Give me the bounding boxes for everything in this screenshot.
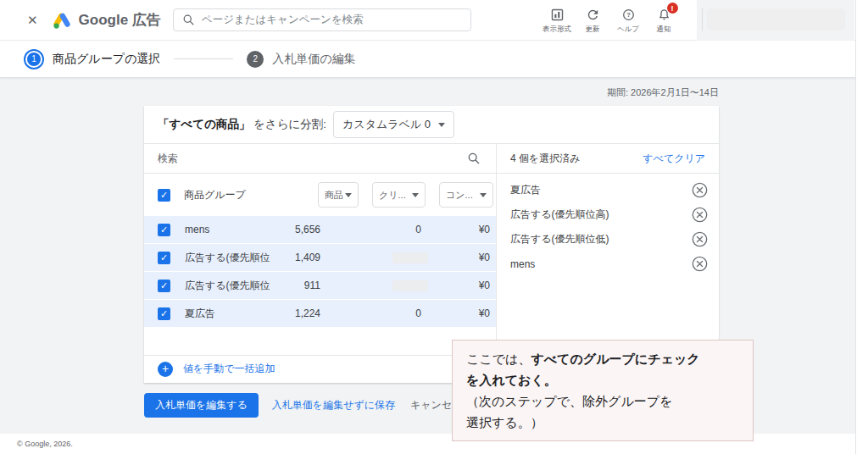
step-2-bid-editing: 2 入札単価の編集: [247, 51, 355, 68]
global-search-input[interactable]: ページまたはキャンペーンを検索: [173, 8, 471, 31]
row-checkbox[interactable]: ✓: [158, 280, 170, 292]
chevron-down-icon: [412, 193, 419, 197]
brand-title: Google 広告: [79, 10, 161, 30]
column-dropdown-product[interactable]: 商品: [318, 182, 359, 208]
top-action-group: 表示形式 更新 ? ヘルプ ! 通知: [540, 6, 681, 35]
clicks-value: 0: [320, 224, 421, 235]
cost-value: ¥0: [421, 280, 490, 291]
display-format-icon: [550, 6, 565, 22]
table-row[interactable]: ✓ 広告する(優先順位高) 911 ¥0: [144, 272, 496, 299]
notification-badge: !: [667, 3, 678, 14]
search-icon: [467, 152, 481, 165]
annotation-line: 選択する。）: [466, 412, 739, 433]
step-1-product-group-selection[interactable]: 1 商品グループの選択: [24, 49, 160, 69]
group-table: 検索 ✓ 商品グループ 商品 クリ... コン... ✓: [144, 144, 496, 382]
selected-item-label: 夏広告: [510, 183, 541, 197]
account-info-redacted: [707, 8, 845, 30]
table-search-input[interactable]: 検索: [144, 144, 496, 174]
group-column-header: 商品グループ: [184, 188, 246, 202]
annotation-line: （次のステップで、除外グループを: [466, 390, 739, 412]
selected-item-label: 広告する(優先順位低): [510, 232, 609, 246]
clear-all-button[interactable]: すべてクリア: [643, 152, 705, 166]
notifications-label: 通知: [657, 25, 671, 35]
custom-label-dropdown-value: カスタムラベル 0: [342, 117, 431, 132]
selected-item-label: mens: [510, 258, 535, 270]
table-header-row: ✓ 商品グループ 商品 クリ... コン...: [144, 174, 496, 216]
display-format-label: 表示形式: [542, 25, 571, 35]
step-2-number: 2: [247, 51, 264, 68]
top-bar: ✕ Google 広告 ページまたはキャンペーンを検索 表示形式: [0, 0, 868, 41]
row-checkbox[interactable]: ✓: [158, 224, 170, 236]
table-row[interactable]: ✓ 夏広告 1,224 0 ¥0: [144, 300, 496, 327]
impressions-value: 1,224: [270, 307, 320, 319]
step-2-label: 入札単価の編集: [272, 52, 355, 67]
impressions-value: 5,656: [270, 224, 320, 235]
help-icon: ?: [621, 6, 636, 22]
column-dropdown-product-label: 商品: [325, 189, 343, 202]
edit-bids-button[interactable]: 入札単価を編集する: [144, 393, 259, 418]
group-name: 夏広告: [171, 307, 270, 321]
remove-item-button[interactable]: [692, 182, 708, 198]
date-range: 期間: 2026年2月1日〜14日: [0, 86, 719, 99]
refresh-button[interactable]: 更新: [576, 6, 609, 35]
list-item: 広告する(優先順位高): [497, 202, 719, 227]
add-values-label: 値を手動で一括追加: [183, 362, 275, 376]
subdivide-suffix: をさらに分割:: [250, 118, 326, 130]
cost-value: ¥0: [421, 307, 490, 319]
row-checkbox[interactable]: ✓: [158, 307, 170, 320]
table-row[interactable]: ✓ mens 5,656 0 ¥0: [144, 216, 496, 243]
step-connector-line: [174, 58, 233, 59]
scrollbar-track[interactable]: [855, 0, 868, 454]
list-item: 広告する(優先順位低): [497, 227, 719, 252]
display-format-button[interactable]: 表示形式: [540, 6, 574, 35]
column-dropdown-conversions[interactable]: コン...: [439, 182, 493, 208]
step-1-number: 1: [27, 53, 41, 66]
remove-item-button[interactable]: [692, 256, 708, 272]
table-row[interactable]: ✓ 広告する(優先順位低) 1,409 ¥0: [144, 244, 496, 271]
tutorial-annotation: ここでは、すべてのグループにチェック を入れておく。 （次のステップで、除外グル…: [452, 340, 754, 441]
select-all-checkbox[interactable]: ✓: [158, 189, 170, 202]
table-search-placeholder: 検索: [158, 152, 178, 166]
topbar-divider: [702, 8, 703, 31]
global-search-placeholder: ページまたはキャンペーンを検索: [202, 13, 364, 27]
cost-value: ¥0: [421, 252, 490, 263]
subdivide-header: 「すべての商品」 をさらに分割: カスタムラベル 0: [144, 106, 719, 144]
clicks-value: 0: [320, 307, 421, 319]
remove-item-button[interactable]: [692, 231, 708, 247]
column-dropdowns: 商品 クリ... コン...: [318, 182, 493, 208]
plus-circle-icon: +: [158, 362, 173, 377]
step-1-circle: 1: [24, 49, 44, 69]
chevron-down-icon: [438, 123, 445, 127]
refresh-icon: [586, 6, 600, 22]
list-item: 夏広告: [497, 178, 719, 202]
impressions-value: 911: [270, 280, 320, 291]
group-name: 広告する(優先順位高): [171, 279, 270, 293]
cost-value: ¥0: [421, 224, 490, 235]
dialog-actions: 入札単価を編集する 入札単価を編集せずに保存 キャンセル: [144, 393, 462, 418]
help-label: ヘルプ: [617, 25, 639, 35]
step-indicator: 1 商品グループの選択 2 入札単価の編集: [0, 41, 868, 78]
annotation-line: を入れておく。: [466, 369, 739, 390]
row-checkbox[interactable]: ✓: [158, 252, 170, 264]
selected-count: 4 個を選択済み: [510, 152, 581, 166]
copyright-text: © Google, 2026.: [17, 440, 73, 448]
chevron-down-icon: [480, 193, 487, 197]
close-icon[interactable]: ✕: [27, 13, 38, 28]
help-button[interactable]: ? ヘルプ: [611, 6, 645, 35]
column-dropdown-clicks[interactable]: クリ...: [372, 182, 426, 208]
subdivide-target: 「すべての商品」: [158, 118, 250, 130]
save-without-editing-button[interactable]: 入札単価を編集せずに保存: [272, 398, 395, 412]
custom-label-dropdown[interactable]: カスタムラベル 0: [333, 111, 454, 138]
svg-text:?: ?: [626, 11, 631, 19]
refresh-label: 更新: [586, 25, 600, 35]
remove-item-button[interactable]: [692, 207, 708, 223]
add-values-button[interactable]: + 値を手動で一括追加: [144, 355, 496, 382]
list-item: mens: [497, 252, 719, 276]
search-icon: [182, 14, 195, 26]
step-1-label: 商品グループの選択: [53, 52, 160, 67]
annotation-line: ここでは、すべてのグループにチェック: [466, 348, 739, 369]
notifications-button[interactable]: ! 通知: [647, 6, 681, 35]
impressions-value: 1,409: [270, 252, 320, 263]
selected-items-list: 夏広告 広告する(優先順位高) 広告する(優先順位低) mens: [497, 174, 719, 276]
google-ads-logo-icon: [52, 10, 72, 30]
